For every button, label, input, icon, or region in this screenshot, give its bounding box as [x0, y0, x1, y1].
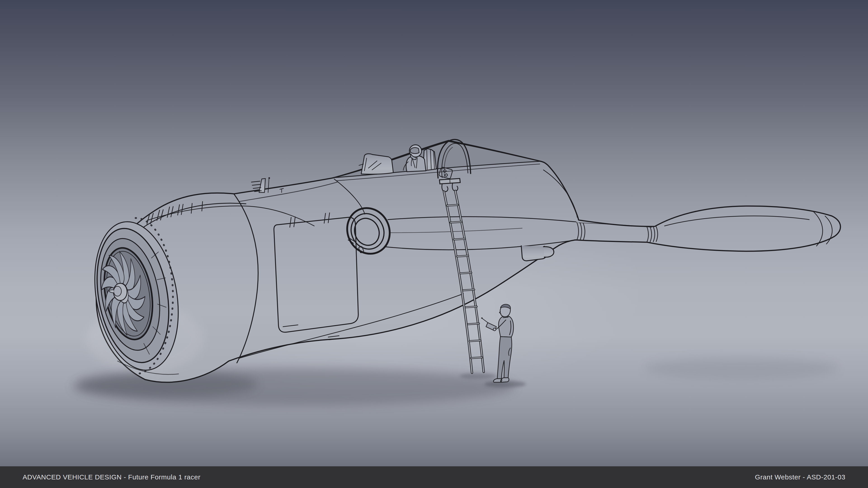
underbody-skid — [521, 246, 554, 261]
concept-art-board: ADVANCED VEHICLE DESIGN - Future Formula… — [0, 0, 868, 488]
drawing-title: ADVANCED VEHICLE DESIGN - Future Formula… — [23, 473, 200, 481]
technician-shoes — [493, 378, 509, 382]
vehicle-illustration — [0, 0, 868, 488]
racer-craft — [84, 139, 840, 382]
technician-pants — [497, 337, 512, 379]
windscreen — [359, 154, 393, 174]
technician — [481, 304, 514, 382]
technician-hand — [493, 328, 496, 331]
technician-jacket — [499, 316, 514, 337]
pilot-visor — [410, 148, 419, 153]
title-bar: ADVANCED VEHICLE DESIGN - Future Formula… — [0, 466, 868, 488]
ladder-shadow — [460, 373, 496, 379]
author-and-code: Grant Webster - ASD-201-03 — [755, 473, 845, 481]
pod-shadow — [644, 357, 839, 379]
device-antenna — [483, 319, 488, 323]
